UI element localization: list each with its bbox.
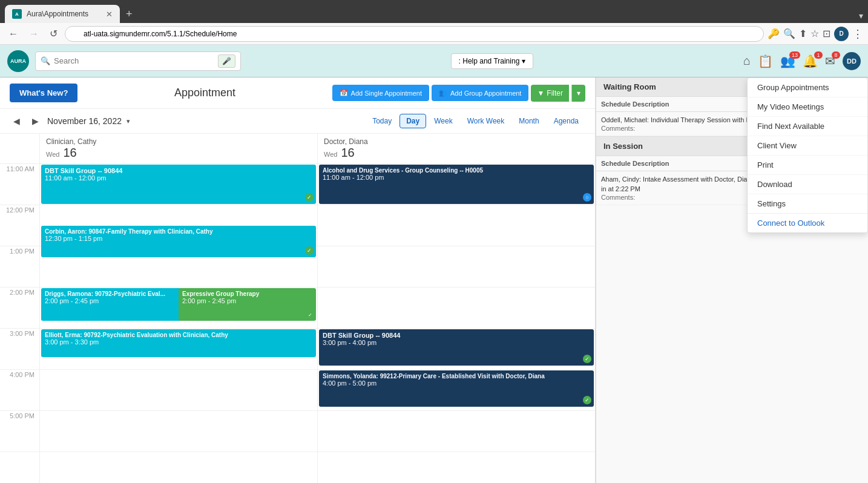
add-group-icon: 👥 [439, 89, 447, 97]
appt-simmons[interactable]: Simmons, Yolanda: 99212-Primary Care - E… [319, 370, 594, 407]
view-today-btn[interactable]: Today [366, 114, 398, 128]
appt-dbt-col1[interactable]: DBT Skill Group -- 90844 3:00 pm - 4:00 … [319, 329, 594, 366]
hour-slot-0-1: Corbin, Aaron: 90847-Family Therapy with… [40, 205, 317, 246]
home-icon: ⌂ [743, 54, 751, 67]
view-day-btn[interactable]: Day [399, 114, 426, 128]
col-num-0: 16 [63, 146, 76, 160]
add-single-label: Add Single Appointment [351, 90, 422, 97]
appt-title: Corbin, Aaron: 90847-Family Therapy with… [45, 228, 312, 235]
filter-btn[interactable]: ▼ Filter [531, 85, 569, 102]
bell-badge: 1 [814, 51, 823, 59]
add-group-btn[interactable]: 👥 Add Group Appointment [432, 85, 528, 101]
hour-slot-1-6 [318, 411, 595, 452]
appt-dbt-group-col0[interactable]: DBT Skill Group -- 90844 11:00 am - 12:0… [41, 165, 316, 204]
date-dropdown-btn[interactable]: ▾ [127, 117, 130, 125]
appt-expressive[interactable]: Expressive Group Therapy 2:00 pm - 2:45 … [179, 288, 316, 321]
tab-title: Aura\Appointments [27, 10, 101, 18]
prev-btn[interactable]: ◀ [10, 115, 24, 127]
calendar-body: 11:00 AM 12:00 PM 1:00 PM 2:00 PM 3:00 P… [0, 164, 595, 483]
dropdown-item-client-view[interactable]: Client View [748, 136, 867, 156]
hour-slot-1-4: DBT Skill Group -- 90844 3:00 pm - 4:00 … [318, 329, 595, 370]
tab-close-icon[interactable]: ✕ [106, 10, 113, 19]
mail-icon-container[interactable]: ✉ 8 [825, 54, 835, 68]
dropdown-item-video[interactable]: My Video Meetings [748, 97, 867, 117]
hour-slot-0-0: DBT Skill Group -- 90844 11:00 am - 12:0… [40, 164, 317, 205]
help-training-btn[interactable]: : Help and Training ▾ [451, 53, 534, 69]
dropdown-item-print[interactable]: Print [748, 156, 867, 175]
dropdown-menu: Group Appointments My Video Meetings Fin… [747, 77, 868, 233]
dropdown-item-find-next[interactable]: Find Next Available [748, 117, 867, 136]
dropdown-item-download[interactable]: Download [748, 175, 867, 194]
appt-time: 2:00 pm - 2:45 pm [182, 297, 312, 304]
hour-slot-0-3: Driggs, Ramona: 90792-Psychiatric Eval..… [40, 288, 317, 329]
key-icon: 🔑 [768, 28, 780, 39]
tab-favicon: A [12, 9, 22, 19]
appt-time: 11:00 am - 12:00 pm [45, 174, 312, 182]
user-profile-icon[interactable]: D [834, 27, 849, 41]
appt-elliott[interactable]: Elliott, Erma: 90792-Psychiatric Evaluat… [41, 329, 316, 357]
calendar-col-1: Alcohol and Drug Services - Group Counse… [317, 164, 595, 483]
view-workweek-btn[interactable]: Work Week [461, 114, 511, 128]
calendar-col-0: DBT Skill Group -- 90844 11:00 am - 12:0… [39, 164, 317, 483]
browser-minimize-icon[interactable]: ▾ [859, 11, 863, 23]
more-options-icon[interactable]: ⋮ [852, 27, 863, 41]
split-view-icon: ⊡ [823, 28, 830, 39]
browser-tab[interactable]: A Aura\Appointments ✕ [5, 5, 120, 23]
appt-time: 11:00 am - 12:00 pm [323, 174, 590, 181]
view-buttons: Today Day Week Work Week Month Agenda [366, 114, 585, 128]
reload-btn[interactable]: ↺ [46, 27, 61, 41]
calendar-toolbar: What's New? Appointment 📅 Add Single App… [0, 77, 595, 109]
dropdown-item-group-appts[interactable]: Group Appointments [748, 78, 867, 97]
bell-icon-container[interactable]: 🔔 1 [803, 54, 818, 68]
share-icon: ⬆ [799, 28, 807, 39]
address-bar[interactable] [65, 26, 764, 42]
col-header-1: Doctor, Diana Wed 16 [317, 134, 595, 163]
view-week-btn[interactable]: Week [427, 114, 459, 128]
hour-slot-1-0: Alcohol and Drug Services - Group Counse… [318, 164, 595, 205]
appt-time: 3:00 pm - 3:30 pm [45, 338, 312, 346]
calendar-area: What's New? Appointment 📅 Add Single App… [0, 77, 596, 483]
appt-title: Alcohol and Drug Services - Group Counse… [323, 167, 590, 174]
time-slot-1200: 12:00 PM [0, 205, 39, 246]
search-input[interactable] [54, 56, 218, 65]
action-buttons: 📅 Add Single Appointment 👥 Add Group App… [332, 85, 585, 102]
zoom-icon: 🔍 [783, 28, 795, 39]
whats-new-btn[interactable]: What's New? [10, 84, 77, 102]
aura-logo[interactable]: AURA [7, 50, 29, 72]
back-btn[interactable]: ← [5, 27, 22, 41]
add-group-label: Add Group Appointment [450, 90, 521, 97]
browser-chrome: A Aura\Appointments ✕ + ▾ [0, 0, 868, 23]
appt-dot: ✓ [583, 396, 591, 404]
appt-alcohol-drug[interactable]: Alcohol and Drug Services - Group Counse… [319, 165, 594, 204]
hour-slot-0-5 [40, 370, 317, 411]
appt-time: 4:00 pm - 5:00 pm [323, 380, 590, 387]
dropdown-item-settings[interactable]: Settings [748, 194, 867, 214]
time-column: 11:00 AM 12:00 PM 1:00 PM 2:00 PM 3:00 P… [0, 164, 39, 483]
next-btn[interactable]: ▶ [28, 115, 42, 127]
appt-time: 12:30 pm - 1:15 pm [45, 235, 312, 242]
add-single-icon: 📅 [340, 89, 348, 97]
view-agenda-btn[interactable]: Agenda [547, 114, 585, 128]
new-tab-btn[interactable]: + [122, 8, 136, 23]
time-slot-1600: 4:00 PM [0, 370, 39, 411]
time-slot-1700: 5:00 PM [0, 411, 39, 452]
view-month-btn[interactable]: Month [512, 114, 545, 128]
time-slot-1300: 1:00 PM [0, 246, 39, 288]
header-right: ⌂ 📋 👥 13 🔔 1 ✉ 8 DD [743, 52, 861, 70]
appt-dot: ○ [583, 193, 591, 202]
dropdown-item-connect-outlook[interactable]: Connect to Outlook [748, 214, 867, 232]
hour-slot-1-2 [318, 246, 595, 288]
calendar-header-row: Clinician, Cathy Wed 16 Doctor, Diana We… [0, 134, 595, 164]
user-avatar[interactable]: DD [843, 52, 861, 70]
users-icon-container[interactable]: 👥 13 [780, 54, 795, 68]
filter-dropdown-btn[interactable]: ▾ [571, 85, 585, 102]
time-slot-1400: 2:00 PM [0, 288, 39, 329]
col-clinician-1: Doctor, Diana [324, 137, 589, 146]
contacts-icon-container[interactable]: 📋 [758, 54, 773, 68]
add-single-btn[interactable]: 📅 Add Single Appointment [332, 85, 429, 101]
filter-icon: ▼ [537, 89, 544, 97]
forward-btn[interactable]: → [25, 27, 42, 41]
mic-btn[interactable]: 🎤 [218, 54, 235, 68]
home-icon-container[interactable]: ⌂ [743, 54, 751, 68]
appt-dot: ✓ [583, 355, 591, 363]
